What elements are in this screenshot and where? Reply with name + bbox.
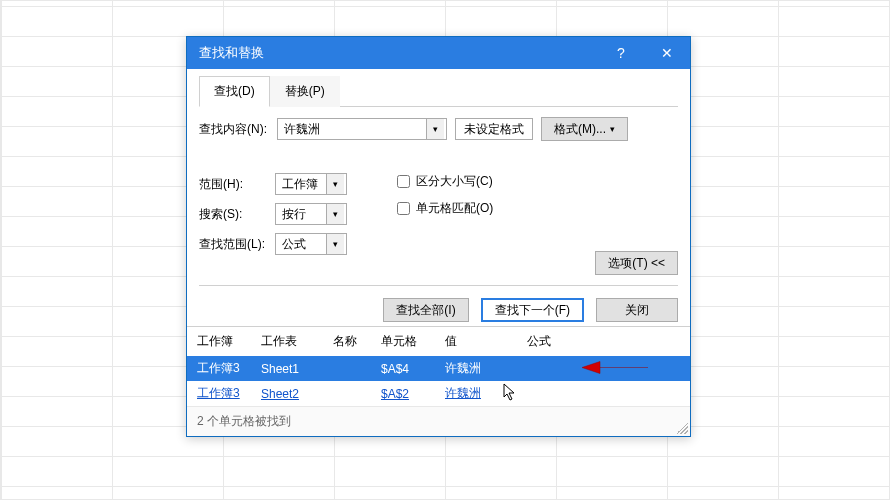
close-icon: ✕ — [661, 45, 673, 61]
within-dropdown[interactable]: ▾ — [326, 174, 344, 194]
match-case-input[interactable] — [397, 175, 410, 188]
link-workbook[interactable]: 工作簿3 — [197, 386, 240, 400]
link-worksheet[interactable]: Sheet2 — [261, 387, 299, 401]
match-case-checkbox[interactable]: 区分大小写(C) — [397, 173, 678, 190]
lookin-input[interactable] — [276, 234, 326, 254]
link-value[interactable]: 许魏洲 — [445, 386, 481, 400]
within-label: 范围(H): — [199, 176, 267, 193]
search-dropdown[interactable]: ▾ — [326, 204, 344, 224]
find-replace-dialog: 查找和替换 ? ✕ 查找(D) 替换(P) 查找内容(N): ▾ 未设定格式 — [186, 36, 691, 437]
dialog-close-button[interactable]: 关闭 — [596, 298, 678, 322]
find-what-dropdown[interactable]: ▾ — [426, 119, 444, 139]
match-entire-input[interactable] — [397, 202, 410, 215]
search-input[interactable] — [276, 204, 326, 224]
tab-find[interactable]: 查找(D) — [199, 76, 270, 107]
arrow-annotation — [580, 357, 650, 380]
within-combo[interactable]: ▾ — [275, 173, 347, 195]
find-what-row: 查找内容(N): ▾ 未设定格式 格式(M)... ▾ — [199, 117, 678, 141]
options-section: 范围(H): ▾ 搜索(S): ▾ 查找范围(L): — [199, 173, 678, 275]
chevron-down-icon: ▾ — [610, 124, 615, 134]
col-value[interactable]: 值 — [445, 333, 527, 350]
format-preview: 未设定格式 — [455, 118, 533, 140]
within-input[interactable] — [276, 174, 326, 194]
resize-gripper[interactable] — [676, 422, 688, 434]
chevron-down-icon: ▾ — [333, 179, 338, 189]
chevron-down-icon: ▾ — [433, 124, 438, 134]
options-toggle-button[interactable]: 选项(T) << — [595, 251, 678, 275]
find-next-button[interactable]: 查找下一个(F) — [481, 298, 584, 322]
find-what-input[interactable] — [278, 119, 426, 139]
results-panel: 工作簿 工作表 名称 单元格 值 公式 工作簿3 Sheet1 $A$4 许魏洲 — [187, 326, 690, 436]
dialog-title: 查找和替换 — [199, 44, 598, 62]
chevron-down-icon: ▾ — [333, 239, 338, 249]
result-row-1[interactable]: 工作簿3 Sheet1 $A$4 许魏洲 — [187, 356, 690, 381]
tab-replace[interactable]: 替换(P) — [270, 76, 340, 107]
col-formula[interactable]: 公式 — [527, 333, 680, 350]
tabs: 查找(D) 替换(P) — [199, 75, 678, 107]
find-what-label: 查找内容(N): — [199, 121, 269, 138]
help-icon: ? — [617, 45, 625, 61]
link-cell[interactable]: $A$2 — [381, 387, 409, 401]
results-status: 2 个单元格被找到 — [187, 406, 690, 436]
match-entire-checkbox[interactable]: 单元格匹配(O) — [397, 200, 678, 217]
find-what-combo[interactable]: ▾ — [277, 118, 447, 140]
search-combo[interactable]: ▾ — [275, 203, 347, 225]
result-row-2[interactable]: 工作簿3 Sheet2 $A$2 许魏洲 — [187, 381, 690, 406]
results-header: 工作簿 工作表 名称 单元格 值 公式 — [187, 327, 690, 356]
chevron-down-icon: ▾ — [333, 209, 338, 219]
lookin-combo[interactable]: ▾ — [275, 233, 347, 255]
close-button[interactable]: ✕ — [644, 37, 690, 69]
search-label: 搜索(S): — [199, 206, 267, 223]
col-workbook[interactable]: 工作簿 — [197, 333, 261, 350]
format-button[interactable]: 格式(M)... ▾ — [541, 117, 628, 141]
action-row: 查找全部(I) 查找下一个(F) 关闭 — [199, 285, 678, 326]
col-cell[interactable]: 单元格 — [381, 333, 445, 350]
titlebar[interactable]: 查找和替换 ? ✕ — [187, 37, 690, 69]
lookin-label: 查找范围(L): — [199, 236, 267, 253]
find-all-button[interactable]: 查找全部(I) — [383, 298, 468, 322]
lookin-dropdown[interactable]: ▾ — [326, 234, 344, 254]
help-button[interactable]: ? — [598, 37, 644, 69]
col-name[interactable]: 名称 — [333, 333, 381, 350]
col-worksheet[interactable]: 工作表 — [261, 333, 333, 350]
